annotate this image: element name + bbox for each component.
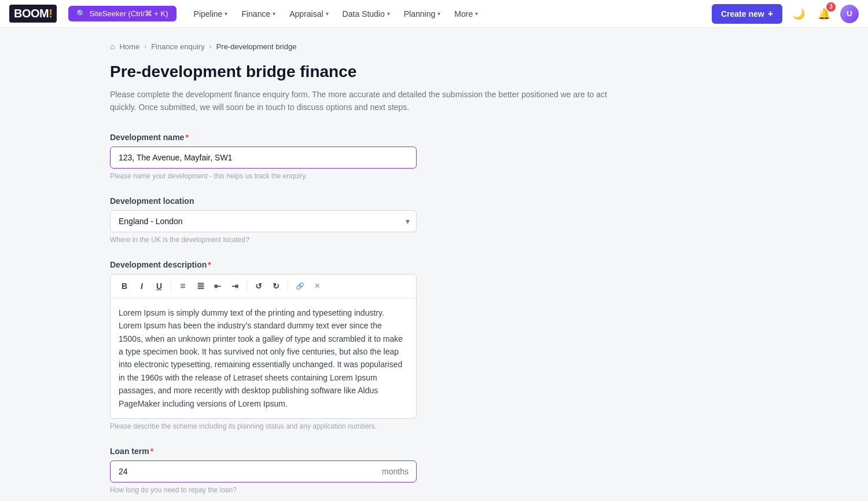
form-group-dev-location: Development location England - London En… [110,196,417,244]
chevron-down-icon: ▾ [387,10,390,17]
loan-term-required: * [150,447,153,456]
dev-name-required: * [185,133,188,142]
toolbar-undo-button[interactable]: ↺ [251,278,267,294]
breadcrumb-finance[interactable]: Finance enquiry [151,42,205,51]
chevron-down-icon: ▾ [326,10,329,17]
siteseeker-button[interactable]: 🔍 SiteSeeker (Ctrl/⌘ + K) [68,6,176,21]
dev-description-editor[interactable]: Lorem Ipsum is simply dummy text of the … [111,298,416,418]
form-group-loan-term: Loan term* months How long do you need t… [110,447,417,494]
nav-finance-label: Finance [241,9,270,19]
nav-more-label: More [454,9,473,19]
chevron-down-icon: ▾ [273,10,275,17]
toolbar-italic-button[interactable]: I [134,278,150,294]
dev-location-select[interactable]: England - London England - South East En… [110,210,417,232]
dev-name-label: Development name* [110,133,417,142]
nav-item-data-studio[interactable]: Data Studio ▾ [337,6,396,22]
dev-description-hint: Please describe the scheme including its… [110,422,417,430]
loan-term-wrapper: months [110,460,417,482]
toolbar-indent-decrease-button[interactable]: ⇤ [209,278,226,294]
moon-icon: 🌙 [792,8,805,20]
home-icon: ⌂ [110,42,115,51]
breadcrumb-home[interactable]: Home [119,42,139,51]
toolbar-unlink-button[interactable]: ✕ [309,278,325,294]
chevron-down-icon: ▾ [437,10,440,17]
page-title: Pre-development bridge finance [110,63,758,81]
dev-name-hint: Please name your development - this help… [110,172,417,180]
toolbar-underline-button[interactable]: U [151,278,167,294]
nav-item-more[interactable]: More ▾ [448,6,484,22]
navbar: BOOM! 🔍 SiteSeeker (Ctrl/⌘ + K) Pipeline… [0,0,868,28]
form-section: Development name* Please name your devel… [110,133,417,501]
toolbar-unordered-list-button[interactable]: ≡ [175,278,191,294]
toolbar-ordered-list-button[interactable]: ≣ [192,278,208,294]
nav-item-finance[interactable]: Finance ▾ [236,6,281,22]
dev-description-label: Development description* [110,260,417,269]
loan-term-label: Loan term* [110,447,417,456]
form-group-dev-name: Development name* Please name your devel… [110,133,417,180]
brand-logo: BOOM! [9,5,57,23]
dev-location-select-wrapper: England - London England - South East En… [110,210,417,232]
breadcrumb-separator-1: › [144,42,146,50]
create-new-button[interactable]: Create new + [712,4,782,24]
navbar-right: Create new + 🌙 🔔 3 U [712,4,859,24]
avatar-initials: U [847,9,852,18]
chevron-down-icon: ▾ [475,10,478,17]
nav-pipeline-label: Pipeline [194,9,223,19]
notification-badge: 3 [826,2,836,12]
brand-exclamation: ! [49,7,52,20]
toolbar-separator-2 [247,280,247,292]
toolbar-link-button[interactable]: 🔗 [292,278,308,294]
nav-appraisal-label: Appraisal [289,9,323,19]
toolbar-indent-increase-button[interactable]: ⇥ [227,278,243,294]
notifications-wrapper: 🔔 3 [815,5,833,23]
plus-icon: + [768,9,773,19]
editor-toolbar: B I U ≡ ≣ ⇤ ⇥ ↺ ↻ 🔗 ✕ [111,275,416,298]
siteseeker-label: SiteSeeker (Ctrl/⌘ + K) [89,9,168,18]
nav-items: Pipeline ▾ Finance ▾ Appraisal ▾ Data St… [188,6,705,22]
dev-description-required: * [208,260,211,269]
theme-toggle-button[interactable]: 🌙 [789,5,808,23]
chevron-down-icon: ▾ [225,10,227,17]
dev-location-hint: Where in the UK is the development locat… [110,236,417,244]
page-content: ⌂ Home › Finance enquiry › Pre-developme… [87,28,781,501]
toolbar-separator-1 [171,280,171,292]
nav-item-pipeline[interactable]: Pipeline ▾ [188,6,234,22]
loan-term-hint: How long do you need to repay the loan? [110,486,417,494]
dev-location-label: Development location [110,196,417,206]
create-new-label: Create new [721,9,764,19]
breadcrumb: ⌂ Home › Finance enquiry › Pre-developme… [110,42,758,51]
toolbar-redo-button[interactable]: ↻ [268,278,284,294]
nav-item-appraisal[interactable]: Appraisal ▾ [284,6,334,22]
search-icon: 🔍 [76,9,86,18]
toolbar-separator-3 [288,280,288,292]
breadcrumb-current: Pre-development bridge [216,42,297,51]
nav-planning-label: Planning [404,9,436,19]
form-group-dev-description: Development description* B I U ≡ ≣ ⇤ ⇥ ↺… [110,260,417,430]
toolbar-bold-button[interactable]: B [116,278,133,294]
dev-name-input[interactable] [110,147,417,169]
avatar[interactable]: U [840,5,859,23]
loan-term-input[interactable] [110,460,417,482]
page-description: Please complete the development finance … [110,88,631,114]
nav-data-studio-label: Data Studio [343,9,385,19]
breadcrumb-separator-2: › [209,42,212,50]
rich-text-editor: B I U ≡ ≣ ⇤ ⇥ ↺ ↻ 🔗 ✕ Lorem Ipsum is sim… [110,274,417,419]
nav-item-planning[interactable]: Planning ▾ [398,6,447,22]
